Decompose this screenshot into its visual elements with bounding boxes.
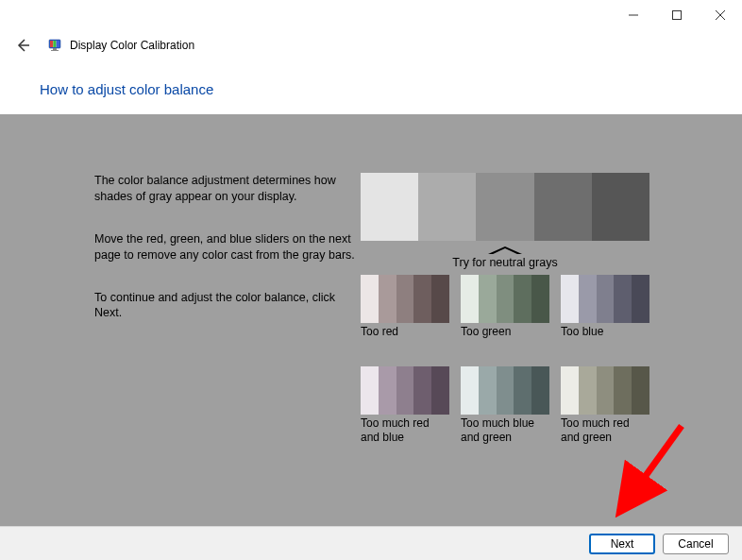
svg-rect-8 <box>53 41 56 47</box>
svg-rect-9 <box>57 41 59 47</box>
app-icon <box>47 38 62 53</box>
tint-swatch <box>461 366 549 415</box>
swatch-segment <box>413 366 431 415</box>
swatch-segment <box>632 275 649 323</box>
titlebar <box>0 0 742 30</box>
maximize-button[interactable] <box>655 0 699 30</box>
svg-rect-1 <box>673 11 682 20</box>
instruction-text: The color balance adjustment determines … <box>94 173 361 454</box>
swatch-segment <box>561 366 579 415</box>
swatch-segment <box>531 275 549 323</box>
swatch-segment <box>514 366 531 415</box>
window-title: Display Color Calibration <box>70 39 194 52</box>
tint-label: Too green <box>461 325 549 353</box>
swatch-segment <box>597 366 615 415</box>
gradient-segment <box>592 173 649 241</box>
tint-swatch <box>561 366 649 415</box>
swatch-segment <box>497 275 514 323</box>
swatch-segment <box>461 366 479 415</box>
swatch-segment <box>597 275 615 323</box>
swatch-segment <box>361 275 379 323</box>
swatch-segment <box>379 275 396 323</box>
swatch-segment <box>632 366 649 415</box>
tint-cell: Too much blue and green <box>461 366 549 454</box>
neutral-gradient <box>361 173 649 241</box>
tint-label: Too much red and blue <box>361 416 449 445</box>
tint-label: Too red <box>361 325 449 353</box>
para-3: To continue and adjust the color balance… <box>94 290 361 322</box>
svg-rect-10 <box>53 48 57 50</box>
gradient-segment <box>418 173 476 241</box>
swatch-segment <box>614 366 632 415</box>
svg-rect-7 <box>50 41 53 47</box>
tint-label: Too blue <box>561 325 649 353</box>
swatch-segment <box>361 366 379 415</box>
swatch-segment <box>479 366 497 415</box>
minimize-button[interactable] <box>612 0 655 30</box>
cancel-button[interactable]: Cancel <box>663 534 729 554</box>
tint-cell: Too much red and blue <box>361 366 449 454</box>
back-button[interactable] <box>13 36 32 55</box>
tint-label: Too much blue and green <box>461 416 549 445</box>
tint-cell: Too red <box>361 275 449 363</box>
tint-swatch <box>561 275 649 323</box>
swatch-segment <box>614 275 632 323</box>
close-button[interactable] <box>699 0 742 30</box>
subtitle-row: How to adjust color balance <box>0 60 742 114</box>
para-1: The color balance adjustment determines … <box>94 173 361 205</box>
content-area: The color balance adjustment determines … <box>0 114 742 532</box>
neutral-label: Try for neutral grays <box>361 256 649 269</box>
swatch-segment <box>531 366 549 415</box>
swatch-segment <box>396 275 414 323</box>
swatch-segment <box>431 275 449 323</box>
color-examples: Try for neutral grays Too redToo greenTo… <box>361 173 649 454</box>
swatch-segment <box>479 275 497 323</box>
swatch-segment <box>396 366 414 415</box>
footer: Next Cancel <box>0 526 742 560</box>
tint-cell: Too green <box>461 275 549 363</box>
swatch-segment <box>514 275 531 323</box>
swatch-segment <box>579 275 597 323</box>
tint-grid: Too redToo greenToo blueToo much red and… <box>361 275 649 454</box>
swatch-segment <box>461 275 479 323</box>
para-2: Move the red, green, and blue sliders on… <box>94 231 361 263</box>
tint-cell: Too much red and green <box>561 366 649 454</box>
tint-swatch <box>361 275 449 323</box>
tint-swatch <box>461 275 549 323</box>
svg-rect-11 <box>51 50 59 51</box>
tint-cell: Too blue <box>561 275 649 363</box>
page-heading: How to adjust color balance <box>40 81 742 97</box>
gradient-segment <box>534 173 592 241</box>
window-controls <box>612 0 742 30</box>
swatch-segment <box>561 275 579 323</box>
swatch-segment <box>431 366 449 415</box>
swatch-segment <box>413 275 431 323</box>
tint-label: Too much red and green <box>561 416 649 445</box>
gradient-segment <box>476 173 533 241</box>
gradient-segment <box>361 173 418 241</box>
swatch-segment <box>379 366 396 415</box>
tint-swatch <box>361 366 449 415</box>
header: Display Color Calibration <box>0 30 742 60</box>
swatch-segment <box>579 366 597 415</box>
swatch-segment <box>497 366 514 415</box>
next-button[interactable]: Next <box>589 534 655 554</box>
